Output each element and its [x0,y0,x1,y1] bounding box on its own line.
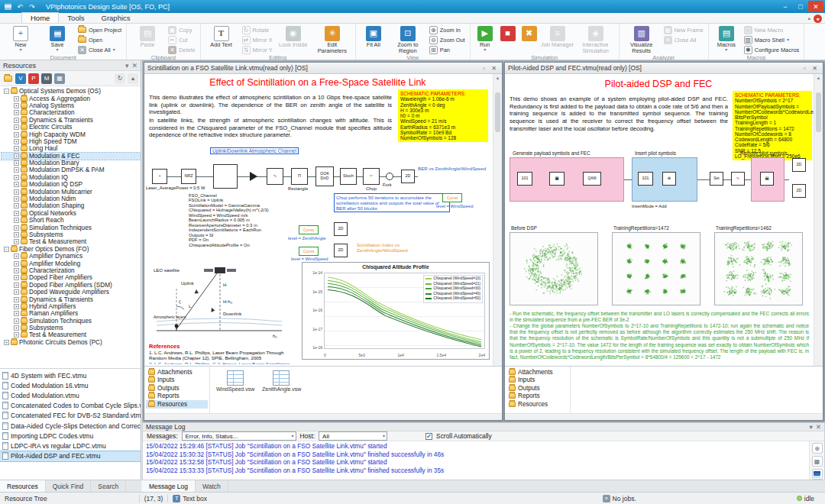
configure-macros-button[interactable]: ✱Configure Macros [742,45,801,54]
close-all-frames-button[interactable]: ✕Close All [662,35,705,44]
close-doc-icon[interactable]: ✕ [810,64,820,73]
file-list-item[interactable]: 4D System with FEC.vtmu [0,370,141,380]
new-macro-button[interactable]: ▢New Macro [742,25,801,34]
mini-tree-item[interactable]: Inputs [506,376,568,385]
messages-filter-select[interactable]: Error, Info, Status...▾ [182,431,296,441]
schematic-icon[interactable]: V [15,73,26,84]
log-grid-icon[interactable]: ▦ [812,456,823,467]
mini-tree-item[interactable]: Attachments [146,368,208,376]
log-zoom-icon[interactable]: ⊕ [812,443,823,454]
tree-item[interactable]: + Test & Measurement [2,331,141,338]
doc-canvas[interactable]: Pilot-aided DSP and FEC This demo shows … [505,74,823,366]
doc-titlebar[interactable]: Pilot-Aided DSP and FEC.vtmu(read only) … [505,63,823,74]
mirror-y-button[interactable]: ⇅Mirror Y [241,45,274,54]
host-select[interactable]: All▾ [319,431,387,441]
close-all-button[interactable]: ✕Close All▾ [76,45,123,54]
collapse-ribbon-icon[interactable]: ▴ [807,15,810,21]
attachment-file[interactable]: WindSpeed.vsw [216,370,254,393]
maximize-button[interactable]: □ [793,1,808,12]
macro-shell-button[interactable]: ▥Macro Shell▾ [742,35,801,44]
doc-vertical-scrollbar[interactable]: ▲ [493,74,502,366]
mini-tree-item[interactable]: Resources [146,400,208,409]
redo-icon[interactable]: ↷ [26,1,38,12]
account-icon[interactable]: ● [814,15,822,23]
doc-vertical-scrollbar[interactable]: ▲ [814,74,823,366]
schematic-diagram[interactable]: Generate payload symbols and FEC 101 ▦ Q… [506,150,812,222]
open-button[interactable]: Open [76,35,123,44]
tab-graphics[interactable]: Graphics [93,13,139,23]
doc-horizontal-scrollbar[interactable] [144,413,502,420]
look-inside-button[interactable]: ◉Look Inside [276,25,311,48]
panel-menu-icon[interactable]: ▾ [125,62,129,69]
pan-button[interactable]: ⊞Pan [428,45,467,54]
float-window-icon[interactable]: ▫ [479,64,489,73]
fit-all-button[interactable]: ▣Fit All [359,25,388,48]
close-button[interactable]: ✕ [808,1,823,12]
minimize-button[interactable]: − [778,1,793,12]
cut-button[interactable]: ✂Cut [167,35,196,44]
copy-button[interactable]: ▣Copy [167,25,196,34]
macros-button[interactable]: ▤Macros▾ [712,25,741,51]
new-frame-button[interactable]: ▦New Frame [662,25,705,34]
mirror-x-button[interactable]: ⇄Mirror X [241,35,274,44]
tab-quick-find[interactable]: Quick Find [46,480,92,492]
tab-resources[interactable]: Resources [0,480,46,492]
collapse-all-icon[interactable]: ▴ [128,73,138,84]
doc-titlebar[interactable]: Scintillation on a FSO Satellite Link.vt… [144,63,502,74]
mini-tree-item[interactable]: Outputs [506,384,568,393]
file-list-item[interactable]: Coded Modulation 16.vtmu [0,380,141,390]
mini-tree-item[interactable]: Inputs [146,376,208,385]
refresh-icon[interactable]: ↻ [115,73,125,84]
tab-watch[interactable]: Watch [196,480,228,492]
doc-horizontal-scrollbar[interactable] [505,413,823,420]
file-list-item[interactable]: Coded Modulation.vtmu [0,390,141,400]
tab-home[interactable]: Home [21,12,59,23]
modules-icon[interactable]: ▦ [54,73,65,84]
stop-button[interactable]: ■ [498,25,518,42]
file-list-item[interactable]: LDPC-IRA vs regular LDPC.vtmu [0,441,141,451]
float-window-icon[interactable]: ▫ [800,64,810,73]
panel-close-icon[interactable]: ✕ [131,62,138,69]
schematic-diagram[interactable]: Uplink/Downlink Atmospheric Channel ⌁ La… [146,146,491,262]
file-list-item[interactable]: Concatenated Codes to Combat Cycle Slips… [0,401,141,411]
tab-tools[interactable]: Tools [59,13,92,23]
delete-button[interactable]: ✕Delete [167,45,196,54]
parameter-icon[interactable]: P [28,73,39,84]
save-icon[interactable] [2,1,14,12]
tree-item[interactable]: + Test & Measurement [2,238,141,245]
rotate-button[interactable]: ↻Rotate [241,25,274,34]
job-manager-button[interactable]: ≡Job Manager [541,25,574,48]
file-list-item[interactable]: Concatenated FEC for DVB-S2 Standard.vtm… [0,411,141,421]
add-text-button[interactable]: TAdd Text [204,25,239,48]
visualize-results-button[interactable]: ▥Visualize Results [623,25,661,54]
mini-tree-item[interactable]: Outputs [146,384,208,393]
log-save-icon[interactable] [812,469,823,480]
mini-tree-item[interactable]: Attachments [506,368,568,376]
log-lines[interactable]: 15/04/2022 15:29:46 [STATUS] Job "Scinti… [143,441,809,480]
new-button[interactable]: +New▾ [3,25,38,51]
paste-button[interactable]: ▤Paste [130,25,165,48]
undo-icon[interactable]: ↶ [14,1,26,12]
run-button[interactable]: ▶Run▾ [474,25,497,51]
zoom-to-region-button[interactable]: ⊡Zoom to Region [390,25,426,54]
attachment-file[interactable]: ZenithAngle.vsw [262,370,300,393]
panel-close-icon[interactable]: ✕ [816,423,821,431]
interactive-simulation-button[interactable]: ◈Interactive Simulation [576,25,616,54]
file-list-item[interactable]: Importing LDPC Codes.vtmu [0,431,141,441]
close-doc-icon[interactable]: ✕ [489,64,499,73]
mini-tree-item[interactable]: Reports [146,393,208,401]
macro-icon[interactable]: M [41,73,52,84]
tab-search[interactable]: Search [91,480,126,492]
mini-tree-item[interactable]: Reports [506,393,568,401]
new-folder-icon[interactable] [2,73,13,84]
scroll-automatically-checkbox[interactable]: ✔ [425,433,432,440]
file-list-item[interactable]: Pilot-Aided DSP and FEC.vtmu [0,451,141,461]
tree-item[interactable]: + Photonic Circuits Demos (PC) [2,339,141,346]
zoom-in-button[interactable]: ⊕Zoom In [428,25,467,34]
open-project-button[interactable]: Open Project [76,25,123,34]
zoom-out-button[interactable]: ⊖Zoom Out [428,35,467,44]
file-list-item[interactable]: Data-Aided Cycle-Slips Detection and Cor… [0,421,141,431]
tab-message-log[interactable]: Message Log [142,480,196,492]
doc-canvas[interactable]: Effect of Scintillation on a Free-Space … [144,74,502,366]
panel-menu-icon[interactable]: ▾ [809,423,812,431]
